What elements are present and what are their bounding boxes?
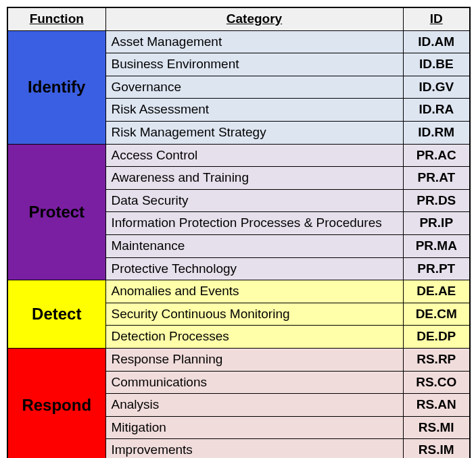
category-label: Detection Processes — [105, 326, 403, 349]
function-respond: Respond — [7, 348, 105, 458]
category-label: Communications — [105, 371, 403, 394]
category-label: Risk Management Strategy — [105, 121, 403, 144]
function-detect: Detect — [7, 280, 105, 349]
category-label: Asset Management — [105, 30, 403, 53]
table-row: Detect Anomalies and Events DE.AE — [7, 280, 470, 303]
header-category: Category — [105, 7, 403, 30]
category-id: PR.DS — [403, 189, 470, 212]
category-id: ID.BE — [403, 53, 470, 76]
category-label: Protective Technology — [105, 257, 403, 280]
table-row: Protect Access Control PR.AC — [7, 144, 470, 167]
category-label: Data Security — [105, 189, 403, 212]
category-id: ID.RA — [403, 99, 470, 122]
category-label: Analysis — [105, 394, 403, 417]
category-label: Anomalies and Events — [105, 280, 403, 303]
category-id: RS.AN — [403, 394, 470, 417]
category-id: ID.GV — [403, 76, 470, 99]
category-id: DE.DP — [403, 326, 470, 349]
table-row: Identify Asset Management ID.AM — [7, 30, 470, 53]
category-id: RS.RP — [403, 348, 470, 371]
category-id: PR.AT — [403, 167, 470, 190]
category-label: Business Environment — [105, 53, 403, 76]
framework-table: Function Category ID Identify Asset Mana… — [7, 7, 471, 458]
category-id: PR.IP — [403, 212, 470, 235]
category-id: RS.CO — [403, 371, 470, 394]
function-protect: Protect — [7, 144, 105, 280]
category-id: PR.PT — [403, 257, 470, 280]
category-label: Improvements — [105, 439, 403, 458]
category-label: Governance — [105, 76, 403, 99]
function-identify: Identify — [7, 30, 105, 144]
category-label: Awareness and Training — [105, 167, 403, 190]
category-label: Risk Assessment — [105, 99, 403, 122]
category-label: Maintenance — [105, 234, 403, 257]
header-row: Function Category ID — [7, 7, 470, 30]
header-function: Function — [7, 7, 105, 30]
category-id: PR.AC — [403, 144, 470, 167]
category-label: Response Planning — [105, 348, 403, 371]
category-id: DE.CM — [403, 303, 470, 326]
category-id: RS.IM — [403, 439, 470, 458]
category-label: Access Control — [105, 144, 403, 167]
category-id: ID.AM — [403, 30, 470, 53]
category-label: Security Continuous Monitoring — [105, 303, 403, 326]
category-label: Information Protection Processes & Proce… — [105, 212, 403, 235]
category-id: ID.RM — [403, 121, 470, 144]
category-id: PR.MA — [403, 234, 470, 257]
table-row: Respond Response Planning RS.RP — [7, 348, 470, 371]
header-id: ID — [403, 7, 470, 30]
category-id: RS.MI — [403, 416, 470, 439]
category-id: DE.AE — [403, 280, 470, 303]
category-label: Mitigation — [105, 416, 403, 439]
